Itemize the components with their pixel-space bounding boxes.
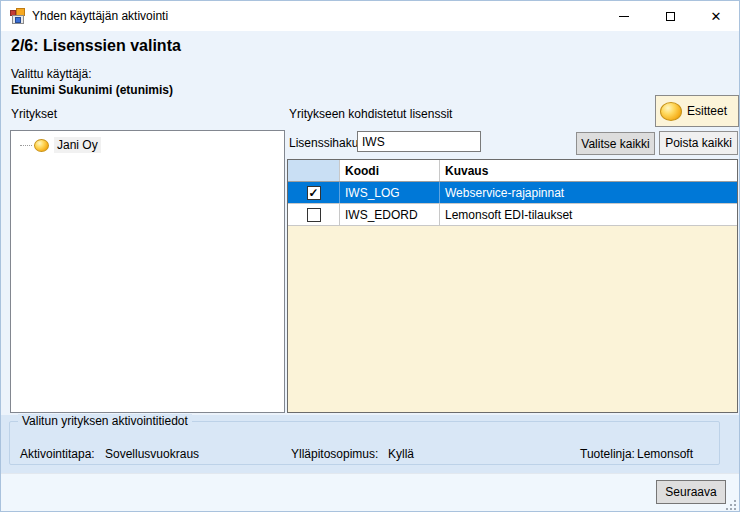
column-header-code[interactable]: Koodi	[340, 160, 440, 181]
minimize-button[interactable]	[601, 1, 647, 31]
companies-label: Yritykset	[11, 107, 57, 121]
brochure-icon	[660, 102, 682, 121]
license-checkbox-unchecked[interactable]	[307, 208, 321, 222]
close-button[interactable]: ✕	[693, 1, 739, 31]
table-empty-area	[288, 226, 737, 412]
minimize-icon	[619, 16, 629, 17]
brochures-button[interactable]: Esitteet	[655, 95, 739, 127]
license-description-cell[interactable]: Webservice-rajapinnat	[440, 182, 737, 203]
column-header-description[interactable]: Kuvaus	[440, 160, 737, 181]
table-row[interactable]: ✓ IWS_LOG Webservice-rajapinnat	[288, 182, 737, 204]
license-search-label: Lisenssihaku	[289, 136, 358, 150]
license-description-cell[interactable]: Lemonsoft EDI-tilaukset	[440, 204, 737, 225]
license-table-header: Koodi Kuvaus	[288, 160, 737, 182]
maximize-button[interactable]	[647, 1, 693, 31]
tree-node-company[interactable]: Jani Oy	[20, 136, 284, 154]
tree-node-label[interactable]: Jani Oy	[54, 137, 101, 153]
license-table: Koodi Kuvaus ✓ IWS_LOG Webservice-rajapi…	[287, 159, 738, 413]
select-all-label: Valitse kaikki	[581, 137, 649, 151]
close-icon: ✕	[711, 10, 722, 23]
next-button[interactable]: Seuraava	[656, 480, 726, 504]
next-button-label: Seuraava	[665, 485, 716, 499]
clear-all-button[interactable]: Poista kaikki	[659, 131, 738, 155]
window-title: Yhden käyttäjän aktivointi	[32, 9, 168, 23]
companies-tree[interactable]: Jani Oy	[10, 130, 285, 413]
activation-wizard-window: Yhden käyttäjän aktivointi ✕ 2/6: Lisens…	[0, 0, 740, 512]
activation-info-strip: Valitun yrityksen aktivointitiedot Aktiv…	[1, 415, 739, 473]
page-title: 2/6: Lisenssien valinta	[11, 37, 181, 55]
license-checkbox-checked[interactable]: ✓	[307, 186, 321, 200]
licenses-section-label: Yritykseen kohdistetut lisenssit	[289, 107, 452, 121]
table-row[interactable]: IWS_EDORD Lemonsoft EDI-tilaukset	[288, 204, 737, 226]
activation-info-groupbox: Valitun yrityksen aktivointitiedot Aktiv…	[9, 421, 720, 465]
company-icon	[34, 139, 49, 152]
selected-user-value: Etunimi Sukunimi (etunimis)	[11, 83, 173, 97]
activation-type-value: Sovellusvuokraus	[105, 447, 199, 461]
tree-connector	[20, 145, 32, 146]
column-header-checkbox[interactable]	[288, 160, 340, 181]
selected-user-label: Valittu käyttäjä:	[11, 67, 91, 81]
license-code-cell[interactable]: IWS_EDORD	[340, 204, 440, 225]
maximize-icon	[666, 12, 675, 21]
product-line-label: Tuotelinja:	[580, 447, 635, 461]
maintenance-contract-value: Kyllä	[388, 447, 414, 461]
license-code-cell[interactable]: IWS_LOG	[340, 182, 440, 203]
resize-grip-icon[interactable]	[726, 500, 736, 510]
brochures-button-label: Esitteet	[687, 104, 727, 118]
check-icon: ✓	[308, 187, 318, 199]
product-line-value: Lemonsoft	[637, 447, 693, 461]
app-icon	[10, 8, 26, 24]
maintenance-contract-label: Ylläpitosopimus:	[291, 447, 378, 461]
activation-info-legend: Valitun yrityksen aktivointitiedot	[18, 414, 192, 428]
select-all-button[interactable]: Valitse kaikki	[576, 132, 655, 155]
activation-type-label: Aktivointitapa:	[20, 447, 95, 461]
title-bar: Yhden käyttäjän aktivointi ✕	[1, 1, 739, 31]
license-search-input[interactable]	[357, 131, 481, 152]
clear-all-label: Poista kaikki	[665, 136, 732, 150]
footer-bar: Seuraava	[1, 473, 739, 512]
